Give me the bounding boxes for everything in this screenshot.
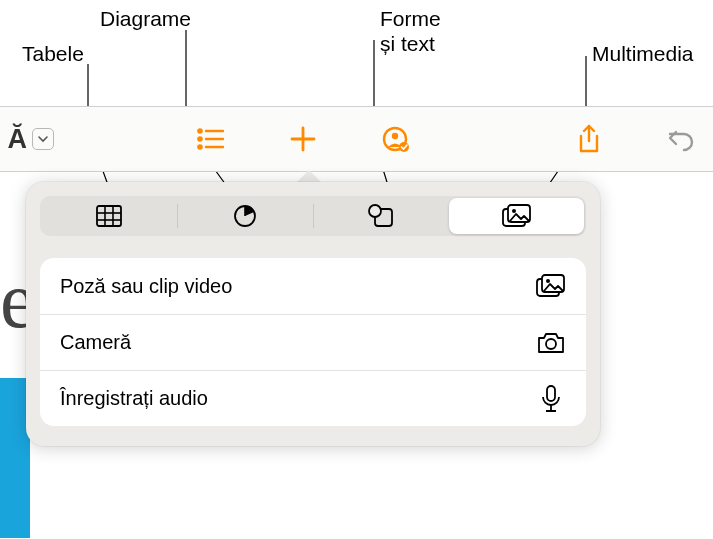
app-toolbar: Ă [0,106,713,172]
collaborate-icon [380,126,410,152]
svg-point-19 [369,205,381,217]
toolbar-list-button[interactable] [195,123,227,155]
callout-forme: Forme și text [380,6,441,56]
tab-charts[interactable] [178,198,313,234]
media-icon [502,204,532,228]
callout-multimedia: Multimedia [592,41,694,66]
toolbar-collaborate-button[interactable] [379,123,411,155]
svg-point-2 [198,137,201,140]
tab-media[interactable] [449,198,584,234]
callout-tabele: Tabele [22,41,84,66]
camera-icon [536,330,566,356]
undo-icon [667,126,695,152]
background-truncated-text: e [0,260,28,340]
microphone-icon [536,386,566,412]
tab-tables[interactable] [42,198,177,234]
share-icon [577,124,601,154]
toolbar-insert-button[interactable] [287,123,319,155]
svg-point-10 [399,142,409,152]
chevron-down-icon [37,133,49,145]
option-label: Cameră [60,331,131,354]
svg-point-25 [546,279,550,283]
dropdown-toggle[interactable] [32,128,54,150]
svg-point-0 [198,129,201,132]
table-icon [96,205,122,227]
plus-icon [289,125,317,153]
svg-point-26 [546,339,556,349]
pie-icon [233,204,257,228]
insert-segmented-control [40,196,586,236]
toolbar-cropped-text: Ă [6,122,26,156]
media-options-list: Poză sau clip video Cameră Înregistraț [40,258,586,426]
option-label: Poză sau clip video [60,275,232,298]
insert-popover: Poză sau clip video Cameră Înregistraț [26,182,600,446]
svg-rect-27 [547,386,555,401]
svg-point-22 [512,209,516,213]
svg-point-4 [198,145,201,148]
photos-icon [536,273,566,299]
list-icon [197,128,225,150]
option-record-audio[interactable]: Înregistrați audio [40,370,586,426]
shape-icon [368,204,394,228]
svg-point-9 [392,133,398,139]
tab-shapes[interactable] [314,198,449,234]
popover-caret [297,170,321,182]
callout-diagrame: Diagrame [100,6,191,31]
toolbar-undo-button[interactable] [665,123,697,155]
option-photo-or-video[interactable]: Poză sau clip video [40,258,586,314]
option-label: Înregistrați audio [60,387,208,410]
toolbar-share-button[interactable] [573,123,605,155]
svg-rect-11 [97,206,121,226]
option-camera[interactable]: Cameră [40,314,586,370]
